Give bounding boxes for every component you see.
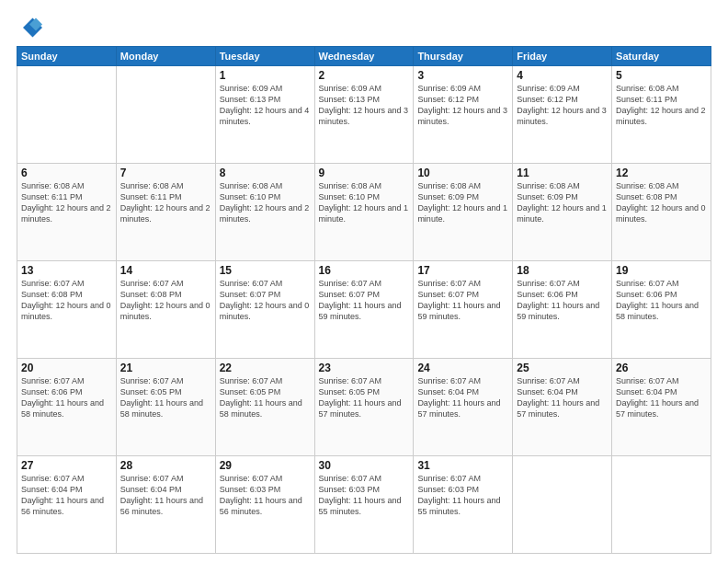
calendar-cell: 15Sunrise: 6:07 AM Sunset: 6:07 PM Dayli… [215,261,314,359]
logo [17,15,46,40]
day-of-week-header: Monday [116,47,215,66]
day-info: Sunrise: 6:08 AM Sunset: 6:11 PM Dayligh… [120,180,211,225]
calendar-cell: 31Sunrise: 6:07 AM Sunset: 6:03 PM Dayli… [414,456,513,554]
calendar-cell: 11Sunrise: 6:08 AM Sunset: 6:09 PM Dayli… [513,164,612,261]
day-info: Sunrise: 6:07 AM Sunset: 6:06 PM Dayligh… [616,278,707,323]
day-info: Sunrise: 6:07 AM Sunset: 6:04 PM Dayligh… [21,473,112,518]
calendar-cell: 8Sunrise: 6:08 AM Sunset: 6:10 PM Daylig… [215,164,314,261]
calendar-week-row: 13Sunrise: 6:07 AM Sunset: 6:08 PM Dayli… [17,261,711,359]
day-info: Sunrise: 6:09 AM Sunset: 6:12 PM Dayligh… [417,83,508,128]
calendar-cell: 26Sunrise: 6:07 AM Sunset: 6:04 PM Dayli… [612,359,711,456]
day-of-week-header: Thursday [414,47,513,66]
logo-icon [17,15,42,40]
calendar-cell: 12Sunrise: 6:08 AM Sunset: 6:08 PM Dayli… [612,164,711,261]
calendar-header-row: SundayMondayTuesdayWednesdayThursdayFrid… [17,47,711,66]
day-number: 17 [417,264,508,277]
day-info: Sunrise: 6:09 AM Sunset: 6:12 PM Dayligh… [517,83,608,128]
day-info: Sunrise: 6:07 AM Sunset: 6:03 PM Dayligh… [319,473,410,518]
calendar-cell: 30Sunrise: 6:07 AM Sunset: 6:03 PM Dayli… [314,456,414,554]
day-of-week-header: Friday [513,47,612,66]
day-info: Sunrise: 6:09 AM Sunset: 6:13 PM Dayligh… [319,83,410,128]
day-of-week-header: Saturday [612,47,711,66]
header [17,15,711,40]
day-number: 26 [616,362,707,374]
day-info: Sunrise: 6:07 AM Sunset: 6:07 PM Dayligh… [417,278,508,323]
day-number: 13 [21,264,112,277]
calendar-cell: 1Sunrise: 6:09 AM Sunset: 6:13 PM Daylig… [215,66,314,164]
calendar-cell: 16Sunrise: 6:07 AM Sunset: 6:07 PM Dayli… [314,261,414,359]
day-number: 1 [220,69,311,82]
page: SundayMondayTuesdayWednesdayThursdayFrid… [0,0,728,563]
calendar-week-row: 27Sunrise: 6:07 AM Sunset: 6:04 PM Dayli… [17,456,711,554]
day-info: Sunrise: 6:09 AM Sunset: 6:13 PM Dayligh… [220,83,311,128]
day-info: Sunrise: 6:07 AM Sunset: 6:05 PM Dayligh… [120,375,211,420]
day-number: 16 [319,264,410,277]
day-number: 23 [319,362,410,374]
calendar-cell: 21Sunrise: 6:07 AM Sunset: 6:05 PM Dayli… [116,359,215,456]
calendar-table: SundayMondayTuesdayWednesdayThursdayFrid… [17,46,711,554]
day-number: 14 [120,264,211,277]
day-number: 20 [21,362,112,374]
day-info: Sunrise: 6:07 AM Sunset: 6:04 PM Dayligh… [120,473,211,518]
day-info: Sunrise: 6:08 AM Sunset: 6:09 PM Dayligh… [517,180,608,225]
day-info: Sunrise: 6:07 AM Sunset: 6:08 PM Dayligh… [120,278,211,323]
day-number: 30 [319,459,410,472]
day-number: 29 [220,459,311,472]
day-number: 18 [517,264,608,277]
calendar-week-row: 6Sunrise: 6:08 AM Sunset: 6:11 PM Daylig… [17,164,711,261]
day-number: 10 [417,167,508,179]
calendar-cell: 5Sunrise: 6:08 AM Sunset: 6:11 PM Daylig… [612,66,711,164]
day-info: Sunrise: 6:08 AM Sunset: 6:10 PM Dayligh… [319,180,410,225]
day-info: Sunrise: 6:07 AM Sunset: 6:04 PM Dayligh… [517,375,608,420]
day-number: 24 [417,362,508,374]
calendar-cell: 19Sunrise: 6:07 AM Sunset: 6:06 PM Dayli… [612,261,711,359]
day-info: Sunrise: 6:07 AM Sunset: 6:07 PM Dayligh… [319,278,410,323]
calendar-week-row: 20Sunrise: 6:07 AM Sunset: 6:06 PM Dayli… [17,359,711,456]
calendar-cell: 22Sunrise: 6:07 AM Sunset: 6:05 PM Dayli… [215,359,314,456]
day-of-week-header: Sunday [17,47,117,66]
calendar-cell: 17Sunrise: 6:07 AM Sunset: 6:07 PM Dayli… [414,261,513,359]
day-number: 31 [417,459,508,472]
calendar-cell: 2Sunrise: 6:09 AM Sunset: 6:13 PM Daylig… [314,66,414,164]
calendar-cell: 4Sunrise: 6:09 AM Sunset: 6:12 PM Daylig… [513,66,612,164]
day-number: 3 [417,69,508,82]
calendar-cell: 23Sunrise: 6:07 AM Sunset: 6:05 PM Dayli… [314,359,414,456]
day-info: Sunrise: 6:08 AM Sunset: 6:09 PM Dayligh… [417,180,508,225]
day-number: 6 [21,167,112,179]
day-info: Sunrise: 6:07 AM Sunset: 6:07 PM Dayligh… [220,278,311,323]
day-number: 21 [120,362,211,374]
day-number: 4 [517,69,608,82]
calendar-cell: 25Sunrise: 6:07 AM Sunset: 6:04 PM Dayli… [513,359,612,456]
day-info: Sunrise: 6:07 AM Sunset: 6:05 PM Dayligh… [220,375,311,420]
day-number: 5 [616,69,707,82]
day-info: Sunrise: 6:08 AM Sunset: 6:10 PM Dayligh… [220,180,311,225]
day-info: Sunrise: 6:08 AM Sunset: 6:08 PM Dayligh… [616,180,707,225]
calendar-cell: 20Sunrise: 6:07 AM Sunset: 6:06 PM Dayli… [17,359,117,456]
calendar-cell: 3Sunrise: 6:09 AM Sunset: 6:12 PM Daylig… [414,66,513,164]
calendar-cell: 18Sunrise: 6:07 AM Sunset: 6:06 PM Dayli… [513,261,612,359]
day-info: Sunrise: 6:07 AM Sunset: 6:04 PM Dayligh… [616,375,707,420]
day-number: 19 [616,264,707,277]
day-number: 22 [220,362,311,374]
day-info: Sunrise: 6:07 AM Sunset: 6:03 PM Dayligh… [220,473,311,518]
day-info: Sunrise: 6:07 AM Sunset: 6:06 PM Dayligh… [21,375,112,420]
day-number: 12 [616,167,707,179]
calendar-week-row: 1Sunrise: 6:09 AM Sunset: 6:13 PM Daylig… [17,66,711,164]
day-of-week-header: Wednesday [314,47,414,66]
calendar-cell: 29Sunrise: 6:07 AM Sunset: 6:03 PM Dayli… [215,456,314,554]
calendar-cell: 24Sunrise: 6:07 AM Sunset: 6:04 PM Dayli… [414,359,513,456]
calendar-cell: 13Sunrise: 6:07 AM Sunset: 6:08 PM Dayli… [17,261,117,359]
calendar-cell [17,66,117,164]
calendar-cell: 27Sunrise: 6:07 AM Sunset: 6:04 PM Dayli… [17,456,117,554]
day-info: Sunrise: 6:07 AM Sunset: 6:03 PM Dayligh… [417,473,508,518]
day-number: 9 [319,167,410,179]
day-info: Sunrise: 6:07 AM Sunset: 6:05 PM Dayligh… [319,375,410,420]
day-number: 7 [120,167,211,179]
day-number: 25 [517,362,608,374]
day-number: 15 [220,264,311,277]
day-info: Sunrise: 6:08 AM Sunset: 6:11 PM Dayligh… [616,83,707,128]
day-info: Sunrise: 6:07 AM Sunset: 6:08 PM Dayligh… [21,278,112,323]
day-of-week-header: Tuesday [215,47,314,66]
day-number: 11 [517,167,608,179]
calendar-cell: 10Sunrise: 6:08 AM Sunset: 6:09 PM Dayli… [414,164,513,261]
